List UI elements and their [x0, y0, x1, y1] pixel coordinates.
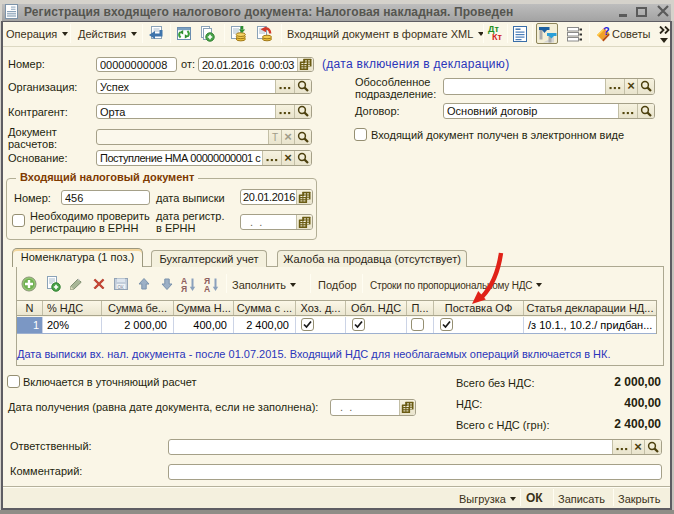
svg-text:Я: Я	[181, 284, 187, 292]
svg-text:?: ?	[603, 25, 610, 37]
svg-text:А: А	[204, 284, 210, 292]
svg-text:ОК: ОК	[118, 285, 125, 290]
